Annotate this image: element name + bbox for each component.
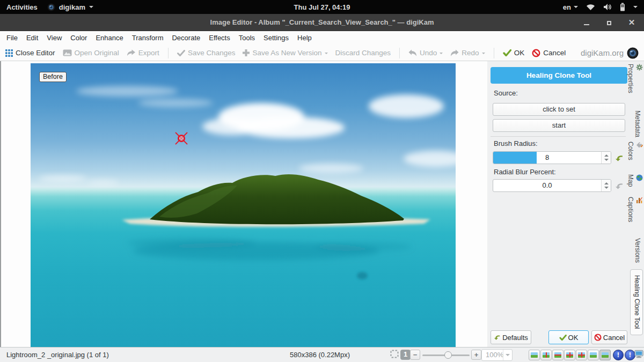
photo-preview[interactable]: Before (31, 63, 456, 347)
zoom-100-button[interactable]: 1 (400, 350, 411, 360)
combobox-dropdown[interactable] (503, 350, 512, 360)
menu-enhance[interactable]: Enhance (91, 31, 127, 45)
brush-radius-spinbox[interactable]: 8 (493, 151, 611, 164)
view-mode-normal-button[interactable] (529, 350, 540, 360)
tab-captions-label: Captions (627, 197, 634, 222)
color-managed-view-button[interactable] (634, 350, 644, 360)
tab-colors[interactable]: Colors (631, 142, 643, 160)
reset-radial-blur-icon[interactable] (615, 182, 624, 190)
tab-metadata[interactable]: Metadata (631, 110, 643, 137)
menu-transform[interactable]: Transform (128, 31, 168, 45)
menu-help[interactable]: Help (293, 31, 316, 45)
redo-button[interactable]: Redo (450, 49, 485, 57)
step-down-icon[interactable] (604, 159, 609, 161)
close-editor-button[interactable]: Close Editor (5, 49, 55, 57)
reset-brush-radius-icon[interactable] (615, 154, 624, 162)
zoom-level-combobox[interactable]: 100% (481, 349, 513, 361)
ok-button[interactable]: OK (503, 49, 525, 57)
menu-color[interactable]: Color (66, 31, 91, 45)
globe-icon (636, 174, 643, 181)
battery-icon[interactable] (620, 3, 625, 11)
discard-changes-label: Discard Changes (335, 49, 391, 57)
defaults-label: Defaults (502, 334, 528, 342)
tab-versions[interactable]: Versions (631, 238, 643, 263)
healing-clone-tool-panel: Healing Clone Tool Source: click to set … (487, 61, 629, 347)
spinbox-steppers[interactable] (601, 152, 611, 164)
chevron-down-icon (325, 53, 328, 56)
wifi-icon[interactable] (586, 3, 595, 11)
view-mode-full-button[interactable] (588, 350, 599, 360)
step-up-icon[interactable] (604, 182, 609, 184)
panel-ok-button[interactable]: OK (548, 330, 589, 344)
save-as-new-version-button[interactable]: Save As New Version (243, 49, 327, 57)
step-up-icon[interactable] (604, 154, 609, 157)
zoom-out-button[interactable]: − (410, 350, 420, 360)
menu-edit[interactable]: Edit (22, 31, 42, 45)
export-label: Export (138, 49, 159, 57)
tab-colors-label: Colors (627, 142, 634, 160)
save-as-new-version-label: Save As New Version (252, 49, 321, 57)
view-mode-vertical-split-button[interactable] (540, 350, 552, 360)
clock[interactable]: Thu Jul 27, 04:19 (0, 3, 644, 11)
tab-map[interactable]: Map (631, 174, 643, 187)
export-button[interactable]: Export (127, 49, 159, 57)
menu-effects[interactable]: Effects (204, 31, 235, 45)
step-down-icon[interactable] (604, 187, 609, 189)
editor-canvas[interactable]: Before (0, 61, 487, 347)
zoom-in-button[interactable]: + (471, 350, 481, 360)
menu-view[interactable]: View (42, 31, 66, 45)
discard-changes-button[interactable]: Discard Changes (335, 49, 391, 57)
filename-status: Lightroom_2 _original.jpg (1 of 1) (6, 348, 109, 362)
monitor-icon (634, 350, 643, 358)
view-mode-horizontal-split-button[interactable] (552, 350, 564, 360)
save-changes-button[interactable]: Save Changes (177, 49, 236, 57)
minimize-button[interactable] (583, 19, 590, 27)
menu-tools[interactable]: Tools (235, 31, 259, 45)
open-original-button[interactable]: Open Original (63, 49, 119, 57)
brush-radius-value: 8 (493, 152, 601, 164)
tab-versions-label: Versions (634, 238, 641, 263)
grid-icon (5, 49, 13, 57)
undo-button[interactable]: Undo (408, 49, 443, 57)
menu-file[interactable]: File (3, 31, 22, 45)
under-exposure-indicator-button[interactable]: ! (613, 350, 624, 360)
cancel-button[interactable]: Cancel (532, 49, 566, 57)
menu-settings[interactable]: Settings (259, 31, 293, 45)
maximize-button[interactable] (605, 19, 613, 27)
tab-healing-clone-tool[interactable]: Healing Clone Tool (630, 269, 643, 335)
close-button[interactable]: ✕ (628, 18, 635, 27)
image-dimensions-status: 580x386 (0.22Mpx) (290, 348, 350, 362)
start-button[interactable]: start (493, 119, 625, 132)
digikam-org-link[interactable]: digiKam.org (581, 47, 639, 59)
toolbar: Close Editor Open Original Export Save C… (0, 45, 644, 61)
language-label: en (563, 3, 571, 11)
view-mode-horizontal-duplicate-button[interactable] (576, 350, 587, 360)
right-sidebar-tabs: Properties Metadata Colors Map Captions … (629, 61, 644, 347)
view-mode-selected-button[interactable] (599, 350, 611, 360)
click-to-set-button[interactable]: click to set (493, 103, 625, 116)
spinbox-steppers[interactable] (601, 180, 611, 191)
volume-icon[interactable] (603, 3, 612, 11)
menu-decorate[interactable]: Decorate (167, 31, 204, 45)
zoom-fit-button[interactable] (389, 350, 399, 360)
landscape-thumb-hsplit-icon (554, 352, 561, 358)
ok-label: OK (514, 49, 525, 57)
window-title: Image Editor - Album "_Current_Search_Vi… (0, 14, 644, 31)
toolbar-separator (399, 48, 400, 58)
tab-captions[interactable]: Captions (631, 197, 643, 222)
language-indicator[interactable]: en (563, 3, 578, 11)
chevron-down-icon[interactable] (633, 6, 638, 10)
panel-divider (491, 136, 626, 137)
export-arrow-icon (127, 49, 136, 56)
zoom-slider-handle[interactable] (444, 351, 452, 359)
tab-properties-label: Properties (627, 64, 634, 93)
view-mode-vertical-duplicate-button[interactable] (564, 350, 575, 360)
radial-blur-spinbox[interactable]: 0.0 (493, 179, 611, 192)
panel-cancel-button[interactable]: Cancel (591, 330, 627, 344)
check-icon (177, 50, 185, 56)
tag-icon (636, 142, 643, 149)
tab-properties[interactable]: Properties (631, 64, 643, 93)
defaults-button[interactable]: Defaults (491, 330, 531, 344)
zoom-level-value: 100% (486, 350, 503, 360)
image-icon (63, 49, 72, 56)
